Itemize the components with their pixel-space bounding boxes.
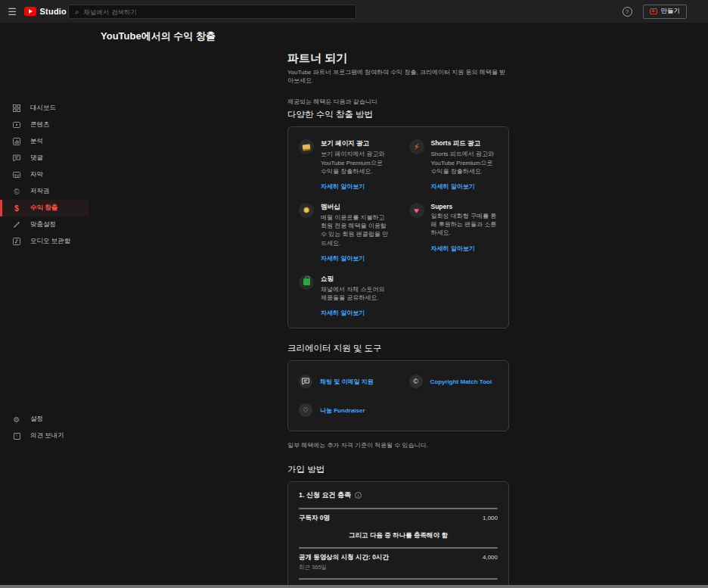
dashboard-icon	[12, 104, 21, 112]
watch-hours-label: 공개 동영상의 시청 시간: 0시간	[299, 553, 389, 562]
subscribers-label: 구독자 0명	[299, 514, 330, 523]
help-icon[interactable]: ?	[623, 7, 632, 17]
monetization-icon: $	[12, 204, 21, 213]
eligibility-note: 일부 혜택에는 추가 자격 기준이 적용될 수 있습니다.	[287, 441, 509, 450]
shopping-icon	[299, 275, 314, 290]
watch-hours-progress-bar	[299, 547, 498, 549]
sidebar-item-copyright[interactable]: © 저작권	[0, 183, 88, 200]
analytics-icon	[12, 138, 21, 145]
subscribers-target: 1,000	[483, 515, 498, 521]
support-chat-email-link[interactable]: 채팅 및 이메일 지원	[288, 367, 399, 396]
youtube-logo-icon	[24, 7, 36, 16]
sidebar-item-subtitles[interactable]: 자막	[0, 166, 88, 183]
topbar: ☰ Studio ⌕ ? 만들기	[0, 0, 708, 23]
watch-hours-target: 4,000	[483, 554, 498, 561]
create-button[interactable]: 만들기	[643, 5, 688, 19]
benefit-watch-page-ads: 보기 페이지 광고 보기 페이지에서 광고와 YouTube Premium으로…	[288, 132, 399, 195]
support-heading: 크리에이터 지원 및 도구	[287, 343, 509, 354]
shorts-views-progress-bar	[299, 578, 498, 580]
benefit-memberships: ✹ 멤버십 매월 이용료를 지불하고 회원 전용 혜택을 이용할 수 있는 회원…	[288, 195, 399, 267]
sidebar-item-monetization[interactable]: $ 수익 창출	[0, 200, 88, 216]
horizontal-scrollbar[interactable]	[0, 585, 708, 588]
settings-gear-icon: ⚙	[12, 415, 21, 424]
sidebar-item-dashboard[interactable]: 대시보드	[0, 100, 88, 117]
shorts-feed-ads-icon: ⚡	[409, 139, 424, 154]
partner-subtitle: YouTube 파트너 프로그램에 참여하여 수익 창출, 크리에이터 지원 등…	[287, 68, 509, 85]
supers-icon: ♥	[409, 203, 424, 218]
page-title: YouTube에서의 수익 창출	[101, 30, 216, 43]
subtitles-icon	[12, 171, 21, 179]
benefits-card: 보기 페이지 광고 보기 페이지에서 광고와 YouTube Premium으로…	[287, 126, 509, 328]
step1-title: 1. 신청 요건 충족 i	[299, 490, 498, 500]
learn-more-link[interactable]: 자세히 알아보기	[321, 309, 390, 317]
learn-more-link[interactable]: 자세히 알아보기	[321, 182, 390, 191]
learn-more-link[interactable]: 자세히 알아보기	[431, 244, 500, 253]
support-fundraiser-link[interactable]: ♡ 나눔 Fundraiser	[288, 396, 399, 425]
learn-more-link[interactable]: 자세히 알아보기	[321, 254, 390, 263]
main-content: 파트너 되기 YouTube 파트너 프로그램에 참여하여 수익 창출, 크리에…	[287, 23, 509, 588]
copyright-icon: ©	[12, 188, 21, 196]
methods-heading: 다양한 수익 창출 방법	[287, 109, 509, 120]
watch-hours-period: 최근 365일	[299, 564, 498, 571]
support-card: 채팅 및 이메일 지원 © Copyright Match Tool ♡ 나눔 …	[287, 360, 509, 431]
benefit-shorts-feed-ads: ⚡ Shorts 피드 광고 Shorts 피드에서 광고와 YouTube P…	[399, 132, 509, 195]
benefit-supers: ♥ Supers 일회성 대화형 구매를 통해 후원하는 팬들과 소통하세요. …	[399, 195, 509, 267]
channel-search-box[interactable]: ⌕	[68, 5, 356, 19]
learn-more-link[interactable]: 자세히 알아보기	[431, 182, 500, 191]
feedback-icon: !	[12, 433, 21, 440]
benefit-shopping: 쇼핑 채널에서 자체 스토어의 제품들을 공유하세요. 자세히 알아보기	[288, 267, 399, 322]
info-icon[interactable]: i	[355, 492, 362, 499]
memberships-icon: ✹	[299, 203, 314, 218]
create-button-label: 만들기	[661, 7, 681, 16]
content-icon	[12, 121, 21, 129]
sidebar-item-customization[interactable]: 맞춤설정	[0, 216, 88, 233]
brand-name: Studio	[40, 7, 67, 16]
chat-icon	[299, 375, 312, 388]
copyright-match-icon: ©	[409, 375, 423, 388]
customization-icon	[12, 221, 21, 229]
youtube-studio-logo[interactable]: Studio	[24, 7, 67, 16]
sidebar-item-settings[interactable]: ⚙ 설정	[0, 411, 88, 428]
search-icon: ⌕	[75, 8, 79, 17]
join-heading: 가입 방법	[287, 464, 509, 475]
benefits-intro: 제공되는 혜택은 다음과 같습니다	[287, 98, 509, 106]
sidebar-item-send-feedback[interactable]: ! 의견 보내기	[0, 428, 88, 444]
partner-heading: 파트너 되기	[287, 51, 509, 66]
watch-page-ads-icon	[299, 139, 314, 154]
sidebar-item-analytics[interactable]: 분석	[0, 133, 88, 150]
subscribers-progress-bar	[299, 508, 498, 509]
create-video-icon	[650, 8, 657, 14]
sidebar: 대시보드 콘텐츠 분석 댓글 자막 © 저작권 $ 수익 창출 맞춤설정	[0, 23, 88, 588]
sidebar-item-content[interactable]: 콘텐츠	[0, 117, 88, 133]
or-requirement-text: 그리고 다음 중 하나를 충족해야 함	[299, 531, 498, 540]
comments-icon	[12, 154, 21, 162]
sidebar-item-comments[interactable]: 댓글	[0, 150, 88, 166]
hamburger-menu-icon[interactable]: ☰	[0, 6, 24, 17]
search-input[interactable]	[84, 8, 349, 16]
step1-requirements-card: 1. 신청 요건 충족 i 구독자 0명 1,000 그리고 다음 중 하나를 …	[287, 481, 509, 588]
support-copyright-match-link[interactable]: © Copyright Match Tool	[399, 367, 509, 396]
audio-library-icon	[12, 238, 21, 245]
fundraiser-heart-icon: ♡	[299, 403, 312, 417]
sidebar-item-audio-library[interactable]: 오디오 보관함	[0, 233, 88, 250]
